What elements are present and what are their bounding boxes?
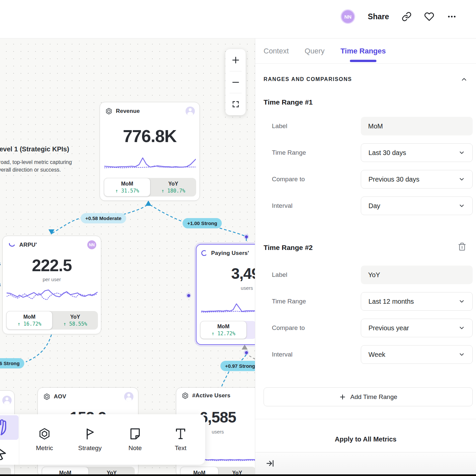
field-label: Interval xyxy=(272,202,361,209)
plus-icon xyxy=(339,393,346,401)
correlation-chip[interactable]: 66 Strong xyxy=(0,358,24,368)
metric-tree-canvas[interactable]: s a Level 1 (Strategic KPIs) Broad, top-… xyxy=(0,0,255,476)
field-row-time-range-1: Time Range Last 30 days xyxy=(272,143,473,162)
toolbar-item-label: Metric xyxy=(36,444,53,452)
chevron-down-icon xyxy=(458,176,465,183)
tab-query[interactable]: Query xyxy=(305,39,325,63)
toggle-delta: ↑ 180.7% xyxy=(161,188,185,194)
zoom-out-button[interactable] xyxy=(225,71,246,93)
toggle-delta: ↑ 31.57% xyxy=(115,188,139,194)
collapse-panel-icon[interactable] xyxy=(266,459,275,468)
field-row-compare-1: Compare to Previous 30 days xyxy=(272,170,473,189)
field-label: Compare to xyxy=(272,176,361,183)
time-range-1-title: Time Range #1 xyxy=(264,98,313,106)
select-tool-button[interactable] xyxy=(0,441,19,464)
connection-handle[interactable] xyxy=(186,293,191,298)
correlation-chip[interactable]: +0.97 Strong xyxy=(220,361,260,371)
metric-value: 3,49 xyxy=(206,265,260,282)
interval-select[interactable]: Week xyxy=(361,345,473,364)
add-time-range-button[interactable]: Add Time Range xyxy=(264,387,473,406)
zoom-controls xyxy=(225,49,246,115)
collapse-chevron-up-icon[interactable] xyxy=(460,76,468,83)
settings-panel: Context Query Time Ranges RANGES AND COM… xyxy=(255,39,476,474)
compare-to-select[interactable]: Previous 30 days xyxy=(361,170,473,189)
card-title: AOV xyxy=(54,393,66,400)
screen-edge-bar xyxy=(0,474,476,476)
field-label: Time Range xyxy=(272,149,361,156)
field-row-label-1: Label MoM xyxy=(272,117,473,135)
hand-tool-button[interactable] xyxy=(0,415,19,440)
copy-link-icon[interactable] xyxy=(402,12,412,22)
toggle-label: MoM xyxy=(217,324,229,330)
more-options-icon[interactable] xyxy=(447,12,457,22)
label-input[interactable]: YoY xyxy=(361,266,473,284)
chevron-down-icon xyxy=(458,351,465,358)
toolbar-item-strategy[interactable]: Strategy xyxy=(72,414,108,465)
metric-unit: users xyxy=(216,285,253,291)
compare-to-select[interactable]: Previous year xyxy=(361,319,473,337)
card-title: #Active Users xyxy=(192,392,230,399)
card-title: Paying Users' xyxy=(211,250,249,257)
field-label: Time Range xyxy=(272,298,361,305)
interval-select[interactable]: Day xyxy=(361,197,473,215)
hand-icon xyxy=(0,419,9,436)
section-title: RANGES AND COMPARISONS xyxy=(264,76,352,82)
level1-annotation: Level 1 (Strategic KPIs) Broad, top-leve… xyxy=(0,145,82,174)
toggle-mom[interactable]: MoM ↑ 31.57% xyxy=(104,178,150,197)
chevron-down-icon xyxy=(458,149,465,156)
apply-all-metrics-button[interactable]: Apply to All Metrics xyxy=(255,436,476,443)
field-row-compare-2: Compare to Previous year xyxy=(272,319,473,337)
delete-trash-icon[interactable] xyxy=(458,242,466,251)
metric-value: 776.8K xyxy=(100,126,199,146)
metric-hexagon-icon xyxy=(38,427,51,440)
comparison-toggle: MoM ↑ 31.57% YoY ↑ 180.7% xyxy=(104,178,196,197)
add-time-range-label: Add Time Range xyxy=(350,393,397,401)
panel-bottom-bar xyxy=(255,452,476,474)
toolbar-item-text[interactable]: Text xyxy=(162,414,199,465)
zoom-in-button[interactable] xyxy=(225,49,246,71)
comparison-toggle: MoM ↑ 16.72% YoY ↑ 58.55% xyxy=(6,311,98,330)
app-header: NN Share xyxy=(0,0,476,39)
divider xyxy=(19,414,19,465)
level1-heading: Level 1 (Strategic KPIs) xyxy=(0,145,82,153)
toolbar-item-label: Note xyxy=(128,444,142,452)
chevron-down-icon xyxy=(458,325,465,331)
field-label: Compare to xyxy=(272,324,361,332)
connection-handle[interactable] xyxy=(244,234,249,239)
favorite-heart-icon[interactable] xyxy=(424,12,434,22)
toolbar-item-label: Text xyxy=(175,444,187,452)
chevron-down-icon xyxy=(458,298,465,305)
level1-description: Broad, top-level metric capturing overal… xyxy=(0,158,82,174)
share-button[interactable]: Share xyxy=(368,12,389,21)
sparkline-chart xyxy=(104,155,196,171)
toolbar-item-note[interactable]: Note xyxy=(117,414,153,465)
toggle-yoy[interactable]: YoY ↑ 180.7% xyxy=(150,178,196,197)
input-value: MoM xyxy=(368,122,383,130)
card-title: Revenue xyxy=(116,108,140,115)
toggle-mom[interactable]: MoM ↑ 16.72% xyxy=(6,311,52,330)
input-value: YoY xyxy=(368,271,380,279)
divider xyxy=(255,419,476,419)
toggle-label: YoY xyxy=(168,181,178,187)
time-range-select[interactable]: Last 30 days xyxy=(361,143,473,162)
fit-view-button[interactable] xyxy=(225,93,246,115)
tab-context[interactable]: Context xyxy=(264,39,289,63)
chevron-down-icon xyxy=(458,202,465,209)
metric-card-revenue[interactable]: Revenue 776.8K MoM ↑ 31.57% YoY ↑ 180.7% xyxy=(100,102,200,201)
user-avatar[interactable]: NN xyxy=(341,9,355,24)
label-input[interactable]: MoM xyxy=(361,117,473,135)
correlation-chip[interactable]: +1.00 Strong xyxy=(183,218,222,228)
toggle-mom[interactable]: MoM ↑ 12.72% xyxy=(200,321,247,339)
metric-card-arpu[interactable]: ARPU' NN 222.5 per user MoM ↑ 16.72% YoY… xyxy=(2,236,101,334)
toggle-delta: ↑ 58.55% xyxy=(63,321,87,327)
connection-handle[interactable] xyxy=(244,350,249,355)
owner-avatar xyxy=(186,107,195,116)
time-range-select[interactable]: Last 12 months xyxy=(361,292,473,311)
toggle-yoy[interactable]: YoY ↑ 58.55% xyxy=(52,311,98,330)
metric-card-paying-users[interactable]: Paying Users' 3,49 users MoM ↑ 12.72% xyxy=(196,244,260,345)
correlation-chip[interactable]: +0.58 Moderate xyxy=(81,213,126,223)
loading-arc-icon xyxy=(8,241,16,249)
tab-time-ranges[interactable]: Time Ranges xyxy=(341,39,386,63)
toolbar-item-metric[interactable]: Metric xyxy=(26,414,63,465)
metric-unit: per user xyxy=(3,277,101,282)
